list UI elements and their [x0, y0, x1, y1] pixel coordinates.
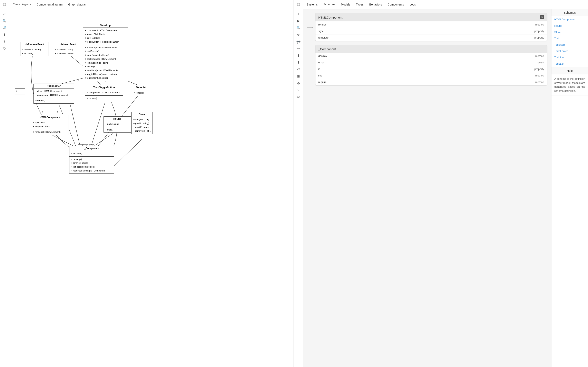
field-id: id	[318, 67, 534, 71]
upload-icon[interactable]: ⬆	[296, 53, 301, 58]
diagram-area[interactable]: 1 1	[9, 9, 294, 367]
tab-components[interactable]: Components	[385, 1, 407, 8]
tab-behaviors[interactable]: Behaviors	[366, 1, 385, 8]
grid-icon[interactable]: ⊞	[296, 73, 301, 79]
refresh-icon[interactable]: ↺	[296, 32, 301, 38]
uml-box-dbinsertevent: dbInsertEvent + collection : string+ doc…	[53, 42, 83, 56]
svg-line-8	[91, 103, 105, 148]
edit-icon[interactable]: ✏	[296, 46, 301, 51]
sidebar-item-todofooter[interactable]: TodoFooter	[552, 48, 588, 54]
type-template: property	[534, 36, 544, 39]
uml-box-todoapp: TodoApp + component : HTMLComponent + fo…	[83, 23, 128, 81]
right-arrow-icon	[307, 25, 313, 29]
zoom-in-icon[interactable]: 🔍	[2, 18, 7, 24]
arrow-connector	[307, 13, 313, 29]
component-table: destroy method error event id property	[315, 53, 547, 85]
tab-types[interactable]: Types	[353, 1, 366, 8]
field-render: render	[318, 23, 535, 26]
schema-cards: HTMLComponent ✕ render method style prop…	[315, 13, 547, 85]
settings-icon[interactable]: ⚙	[296, 80, 301, 86]
svg-line-7	[70, 105, 80, 148]
fullscreen-icon[interactable]: ⤢	[2, 11, 7, 17]
uml-box-todotogglebutton: TodoToggleButton + component : HTMLCompo…	[85, 85, 123, 101]
right-panel: Systems Schemas Models Types Behaviors C…	[294, 0, 588, 367]
right-center-content: HTMLComponent ✕ render method style prop…	[303, 9, 551, 367]
uml-box-router: Router + path : string + start()	[104, 117, 131, 133]
copyright-icon[interactable]: ©	[296, 94, 301, 100]
schema-row: template property	[315, 34, 547, 41]
play-icon[interactable]: ▶	[296, 18, 301, 24]
tab-logs[interactable]: Logs	[407, 1, 419, 8]
comment-icon[interactable]: 💬	[296, 39, 301, 44]
uml-box-todolist: TodoList + render()	[132, 85, 150, 96]
sidebar-item-todoitem[interactable]: TodoItem	[552, 54, 588, 60]
help-panel: Help A schema is the definition of your …	[552, 67, 588, 95]
svg-line-11	[92, 133, 113, 148]
schema-view: HTMLComponent ✕ render method style prop…	[307, 13, 547, 85]
schemas-panel: Schemas HTMLComponent Router Store Todo …	[552, 9, 588, 67]
search-icon[interactable]: 🔍	[296, 25, 301, 31]
tab-class-diagram[interactable]: Class diagram	[10, 1, 34, 8]
htmlcomponent-card-header: HTMLComponent ✕	[315, 13, 547, 21]
add-icon[interactable]: +	[296, 11, 301, 17]
right-sidebar: Schemas HTMLComponent Router Store Todo …	[551, 9, 588, 367]
tab-component-diagram[interactable]: Component diagram	[34, 1, 65, 8]
left-sidebar: ⤢ 🔍 🔎 ⬇ ? ©	[0, 9, 9, 367]
sidebar-item-router[interactable]: Router	[552, 23, 588, 29]
help-text: A schema is the definition of your model…	[552, 75, 588, 95]
left-panel: Class diagram Component diagram Graph di…	[0, 0, 294, 367]
htmlcomponent-title: HTMLComponent	[318, 16, 342, 19]
htmlcomponent-close-button[interactable]: ✕	[540, 15, 544, 19]
type-require: method	[535, 81, 544, 83]
schema-row: require method	[315, 79, 547, 85]
help-panel-header: Help	[552, 67, 588, 75]
component-card-header: _Component	[315, 45, 547, 53]
svg-rect-0	[3, 3, 6, 6]
right-content: + ▶ 🔍 ↺ 💬 ✏ ⬆ ⬇ ↺ ⊞ ⚙ ? ©	[294, 9, 588, 367]
svg-text:1: 1	[42, 111, 43, 113]
svg-text:1: 1	[65, 111, 66, 113]
sidebar-item-todo[interactable]: Todo	[552, 35, 588, 42]
left-tabs: Class diagram Component diagram Graph di…	[0, 0, 294, 9]
tab-schemas[interactable]: Schemas	[320, 1, 338, 8]
sidebar-item-store[interactable]: Store	[552, 29, 588, 35]
type-destroy: method	[535, 54, 544, 58]
svg-line-10	[51, 134, 76, 148]
tab-models[interactable]: Models	[338, 1, 353, 8]
help-icon[interactable]: ?	[2, 39, 7, 44]
download-icon[interactable]: ⬇	[296, 59, 301, 65]
svg-rect-21	[297, 3, 300, 6]
schemas-panel-header: Schemas	[552, 9, 588, 16]
sidebar-item-todoapp[interactable]: TodoApp	[552, 42, 588, 48]
help-icon[interactable]: ?	[296, 87, 301, 93]
svg-text:1: 1	[57, 111, 58, 113]
tab-systems[interactable]: Systems	[304, 1, 320, 8]
uml-box-component: _Component + id : string + destroy() + e…	[69, 146, 114, 174]
field-init: init	[318, 74, 535, 77]
info-icon[interactable]: ©	[2, 46, 7, 51]
svg-text:1: 1	[35, 111, 36, 113]
type-id: property	[534, 67, 544, 71]
schema-row: error event	[315, 59, 547, 66]
field-template: template	[318, 36, 534, 39]
sync-icon[interactable]: ↺	[296, 67, 301, 72]
download-icon[interactable]: ⬇	[2, 32, 7, 38]
schema-row: style property	[315, 28, 547, 34]
sidebar-item-todolist[interactable]: TodoList	[552, 60, 588, 67]
zoom-out-icon[interactable]: 🔎	[2, 25, 7, 31]
component-title: _Component	[318, 47, 336, 51]
schema-row: render method	[315, 21, 547, 28]
tab-graph-diagram[interactable]: Graph diagram	[65, 1, 90, 8]
right-tabs: Systems Schemas Models Types Behaviors C…	[294, 0, 588, 9]
type-init: method	[535, 74, 544, 77]
uml-box-todofooter: TodoFooter + clear : HTMLComponent + com…	[34, 83, 74, 104]
sidebar-item-htmlcomponent[interactable]: HTMLComponent	[552, 16, 588, 23]
type-error: event	[537, 61, 544, 64]
uml-box-htmlcomponent: HTMLComponent + style : css+ template : …	[31, 115, 69, 135]
type-render: method	[535, 23, 544, 26]
left-content: ⤢ 🔍 🔎 ⬇ ? © 1 1	[0, 9, 294, 367]
field-require: require	[318, 81, 535, 83]
uml-box-dbremoveevent: dbRemoveEvent + collection : string+ id …	[20, 42, 49, 56]
uml-box-partial: lt	[15, 89, 25, 94]
svg-text:1: 1	[49, 111, 51, 113]
